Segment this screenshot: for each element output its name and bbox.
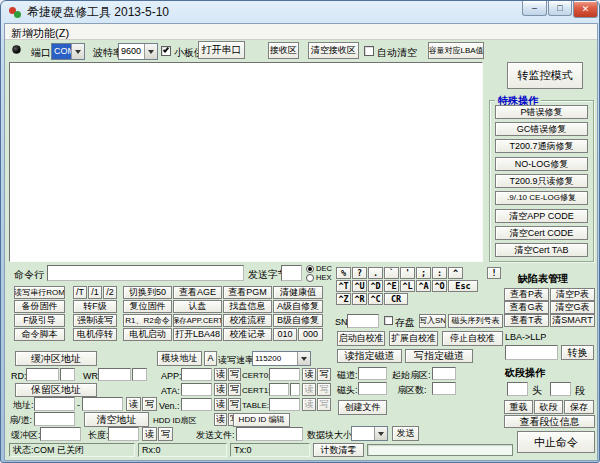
close-button[interactable]: ✕ [573,1,598,18]
create-file-button[interactable]: 创建文件 [338,400,387,415]
key-caret[interactable]: ^ [448,267,463,279]
view-age-button[interactable]: 查看AGE [173,286,222,299]
ata-write-button[interactable]: 写 [228,383,241,396]
wr-input-1[interactable] [98,368,131,381]
send-button[interactable]: 发送 [392,426,419,441]
buffer-read-button[interactable]: 读 [142,427,157,441]
table-input[interactable] [269,398,300,411]
key-esc[interactable]: Esc [448,280,478,292]
clear-app-code-button[interactable]: 清空APP CODE [495,209,588,223]
view-t-table-button[interactable]: 查看T表 [504,314,549,327]
clear-smart-button[interactable]: 清SMART [550,314,595,327]
sn-input[interactable] [347,314,379,328]
reload-button[interactable]: 重载 [504,400,533,414]
view-pgm-button[interactable]: 查看PGM [223,286,272,299]
start-selfcal-button[interactable]: 启动自校准 [337,331,385,346]
clear-cert-tab-button[interactable]: 清空Cert TAB [495,243,588,257]
key-ctrl-c[interactable]: ^C [368,293,383,305]
module-addr-button[interactable]: 模块地址 [157,351,202,366]
minimize-button[interactable]: – [522,1,547,16]
rd-input-1[interactable] [26,368,59,381]
head-serial-table-button[interactable]: 磁头序列号表 [448,314,503,328]
app-write-button[interactable]: 写 [228,368,241,381]
switch-50-button[interactable]: 切换到50 [123,286,172,299]
to-f-level-button[interactable]: 转F级 [73,300,117,313]
convert-button[interactable]: 转换 [561,345,594,360]
view-p-table-button[interactable]: 查看P表 [504,288,549,301]
buffer-write-button[interactable]: 写 [158,427,173,441]
rd-input-2[interactable] [60,368,75,381]
ata-read-button[interactable]: 读 [214,383,227,396]
gc-error-fix-button[interactable]: GC错误修复 [495,122,588,136]
extend-selfcal-button[interactable]: 扩展自校准 [389,331,438,346]
monitor-mode-button[interactable]: 转监控模式 [507,62,583,89]
calibration-record-button[interactable]: 校准记录 [223,328,272,341]
a-button[interactable]: A [204,351,217,366]
read-track-button[interactable]: 读指定磁道 [337,349,402,363]
key-ctrl-a[interactable]: ^A [416,280,431,292]
ce-log-fix-button[interactable]: .9/.10 CE-LOG修复 [495,191,588,205]
f-level-boot-button[interactable]: F级引导 [14,314,65,327]
ven-write-button[interactable]: 写 [228,398,241,411]
write-sn-button[interactable]: 写入SN [419,314,446,328]
clear-p-table-button[interactable]: 清空P表 [550,288,595,301]
segment-input[interactable] [550,382,571,396]
t2009-readonly-fix-button[interactable]: T200.9只读修复 [495,174,588,188]
key-colon[interactable]: : [432,267,447,279]
buffer-input[interactable] [40,427,81,441]
record-000-button[interactable]: 000 [298,328,323,341]
key-percent[interactable]: % [336,267,351,279]
app-read-button[interactable]: 读 [214,368,227,381]
ven-input[interactable] [181,398,212,411]
ata-input[interactable] [181,383,212,396]
view-g-table-button[interactable]: 查看G表 [504,301,549,314]
reserved-addr-button[interactable]: 保留区地址 [15,383,97,397]
start-sector-input[interactable] [432,367,456,380]
key-ctrl-l[interactable]: ^L [400,280,415,292]
clear-addr-button[interactable]: 清空地址 [84,412,149,427]
key-quote[interactable]: ' [400,267,415,279]
backup-firmware-button[interactable]: 备份固件 [14,300,65,313]
record-010-button[interactable]: 010 [273,328,297,341]
capacity-lba-button[interactable]: 容量对应LBA值 [428,42,484,59]
length-input[interactable] [108,427,139,441]
key-period[interactable]: . [368,267,383,279]
sector-count-input[interactable] [432,382,456,395]
save-disk-checkbox[interactable] [384,316,393,325]
key-semicolon[interactable]: ; [416,267,431,279]
r1r2-command-button[interactable]: R1、R2命令 [123,314,172,327]
abort-command-button[interactable]: 中止命令 [517,431,595,453]
port-select[interactable]: COM1 [51,43,85,60]
cert0-write-button[interactable]: 写 [317,368,331,381]
datablock-select[interactable] [351,426,388,441]
clear-g-table-button[interactable]: 清空G表 [550,301,595,314]
addr-read-button[interactable]: 读 [126,397,141,411]
chevron-down-icon[interactable] [297,352,310,365]
addr-write-button[interactable]: 写 [142,397,157,411]
b-level-repair-button[interactable]: B级自修复 [273,314,323,327]
clear-health-button[interactable]: 清健康值 [273,286,323,299]
save-app-cert-button[interactable]: 保存APP.CERT [173,314,222,327]
cert0-input[interactable] [269,368,300,381]
t-key-button[interactable]: /T [73,286,87,299]
sector-track-input[interactable] [34,412,75,426]
head-input[interactable] [507,382,528,396]
key-backtick[interactable]: ` [384,267,399,279]
key-ctrl-d[interactable]: ^D [368,280,383,292]
disk-info-button[interactable]: 找盘信息 [223,300,272,313]
receive-output[interactable] [9,62,483,262]
calibration-flow-button[interactable]: 校准流程 [223,314,272,327]
buffer-addr-button[interactable]: 缓冲区地址 [15,351,97,366]
key-ctrl-u[interactable]: ^U [352,280,367,292]
hdd-id-edit-button[interactable]: HDD ID 编辑 [233,413,290,427]
cut-button[interactable]: 砍段 [534,400,563,414]
write-track-button[interactable]: 写指定磁道 [405,349,473,363]
key-ctrl-e[interactable]: ^E [384,280,399,292]
open-serial-button[interactable]: 打开串口 [198,41,245,59]
key-question[interactable]: ? [352,267,367,279]
motor-stop-button[interactable]: 电机停转 [73,328,117,341]
key-ctrl-t[interactable]: ^T [336,280,351,292]
addr-start-input[interactable] [34,397,75,411]
command-input[interactable] [47,265,244,281]
lba-llp-input[interactable] [505,345,558,360]
